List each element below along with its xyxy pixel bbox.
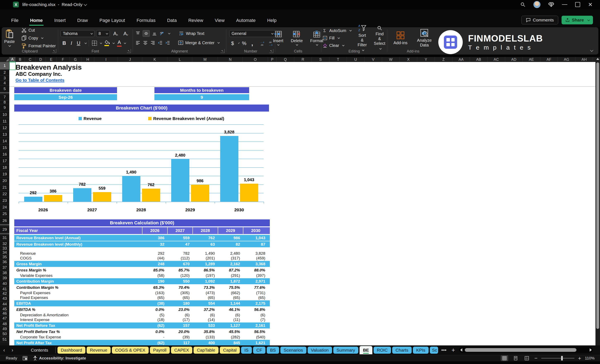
- copy-button[interactable]: Copy: [20, 35, 57, 41]
- column-header-AB[interactable]: AB: [470, 57, 488, 62]
- row-header-29[interactable]: 29: [0, 226, 9, 233]
- increase-indent-button[interactable]: [165, 40, 170, 45]
- table-row[interactable]: Contribution Margin1905501,0921,8722,971: [14, 278, 270, 284]
- row-header-47[interactable]: 47: [0, 316, 9, 321]
- maximize-button[interactable]: [575, 2, 580, 7]
- table-row[interactable]: Payroll Expenses(163)(305)(473)(662)(731…: [14, 291, 270, 295]
- middle-align-button[interactable]: [143, 30, 150, 37]
- number-format-select[interactable]: General: [229, 30, 275, 37]
- find-select-button[interactable]: Find &Select: [372, 25, 387, 51]
- comma-style-button[interactable]: ,: [250, 39, 255, 47]
- months-to-breakeven-value[interactable]: 9: [154, 94, 249, 100]
- row-header-21[interactable]: 21: [0, 184, 9, 191]
- decrease-font-size-button[interactable]: A˅: [122, 30, 130, 37]
- row-header-39[interactable]: 39: [0, 275, 9, 281]
- table-row[interactable]: Fixed Expenses(65)(65)(65)(65)(65): [14, 295, 270, 300]
- row-header-22[interactable]: 22: [0, 191, 9, 197]
- sheet-tab-capital[interactable]: Capital: [220, 347, 240, 354]
- row-header-10[interactable]: 10: [0, 111, 9, 118]
- ribbon-tab-help[interactable]: Help: [262, 15, 281, 26]
- autosum-button[interactable]: Σ AutoSum: [321, 27, 353, 34]
- font-name-select[interactable]: Tahoma: [61, 30, 94, 37]
- sheet-tab-revenue[interactable]: Revenue: [87, 347, 111, 354]
- column-header-M[interactable]: M: [192, 57, 218, 62]
- row-header-5[interactable]: 5: [0, 86, 9, 92]
- column-header-P[interactable]: P: [268, 57, 277, 62]
- ribbon-tab-draw[interactable]: Draw: [72, 15, 93, 26]
- column-header-AH[interactable]: AH: [575, 57, 593, 62]
- zoom-level[interactable]: 110%: [585, 356, 595, 361]
- italic-button[interactable]: I: [69, 40, 74, 46]
- sheet-tab-summary[interactable]: Summary: [333, 347, 358, 354]
- table-row[interactable]: Revenue Breakeven level (Annual)38655976…: [14, 235, 270, 241]
- sheet-tab-captable[interactable]: CapTable: [194, 347, 218, 354]
- table-row[interactable]: Net Profit After Tax(62)1174008451,621: [14, 340, 270, 346]
- sheet-tab-scenarios[interactable]: Scenarios: [280, 347, 306, 354]
- sheet-tab-be[interactable]: BE: [360, 346, 372, 354]
- sheet-tab-valuation[interactable]: Valuation: [308, 347, 332, 354]
- tab-scroll-right-icon[interactable]: ›: [8, 347, 17, 353]
- sheet-tab-cf[interactable]: CF: [253, 347, 265, 354]
- sheet-tab-bs[interactable]: BS: [267, 347, 279, 354]
- column-header-AG[interactable]: AG: [558, 57, 575, 62]
- row-header-1[interactable]: 1: [0, 62, 9, 70]
- column-header-Q[interactable]: Q: [277, 57, 294, 62]
- row-header-24[interactable]: 24: [0, 204, 9, 210]
- vertical-scroll-thumb[interactable]: [596, 62, 599, 329]
- row-header-37[interactable]: 37: [0, 265, 9, 270]
- column-header-Z[interactable]: Z: [435, 57, 452, 62]
- sheet-tab-kpis[interactable]: KPIs: [413, 347, 429, 354]
- row-header-15[interactable]: 15: [0, 144, 9, 151]
- ribbon-tab-review[interactable]: Review: [183, 15, 208, 26]
- column-header-N[interactable]: N: [218, 57, 243, 62]
- table-row[interactable]: Net Profit Before Tax(62)1575331,1272,16…: [14, 322, 270, 328]
- row-header-49[interactable]: 49: [0, 327, 9, 331]
- sort-filter-button[interactable]: AZ Sort &Filter: [356, 23, 369, 53]
- underline-button[interactable]: U: [75, 40, 82, 46]
- share-button[interactable]: Share: [562, 16, 593, 24]
- alignment-dialog-launcher[interactable]: ↘: [221, 49, 225, 53]
- breakeven-date-label[interactable]: Breakeven date: [14, 87, 117, 93]
- horizontal-scroll-thumb[interactable]: [465, 348, 576, 352]
- orientation-button[interactable]: ab: [159, 31, 165, 36]
- ribbon-tab-automate[interactable]: Automate: [231, 15, 261, 26]
- top-align-button[interactable]: [135, 31, 141, 36]
- font-dialog-launcher[interactable]: ↘: [127, 49, 131, 53]
- row-header-31[interactable]: 31: [0, 235, 9, 241]
- ribbon-tab-file[interactable]: File: [6, 15, 23, 26]
- decrease-indent-button[interactable]: [158, 40, 163, 45]
- column-header-AC[interactable]: AC: [488, 57, 505, 62]
- column-header-L[interactable]: L: [168, 57, 192, 62]
- row-header-45[interactable]: 45: [0, 307, 9, 311]
- sheet-tab-charts[interactable]: Charts: [392, 347, 412, 354]
- table-row[interactable]: Gross Margin %85.0%85.7%86.5%87.2%88.0%: [14, 267, 270, 273]
- format-painter-button[interactable]: Format Painter: [20, 43, 57, 49]
- page-break-view-button[interactable]: [523, 355, 531, 361]
- column-header-S[interactable]: S: [312, 57, 329, 62]
- breakeven-date-value[interactable]: Sep-26: [14, 94, 117, 100]
- analyze-data-button[interactable]: AnalyzeData: [415, 28, 434, 48]
- row-header-43[interactable]: 43: [0, 296, 9, 301]
- row-header-2[interactable]: 2: [0, 70, 9, 76]
- row-header-12[interactable]: 12: [0, 125, 9, 131]
- fiscal-year-header-row[interactable]: Fiscal Year 20262027202820292030: [14, 227, 270, 234]
- row-header-38[interactable]: 38: [0, 270, 9, 275]
- zoom-in-button[interactable]: +: [578, 355, 581, 362]
- column-header-AA[interactable]: AA: [452, 57, 470, 62]
- wrap-text-button[interactable]: Wrap Text: [177, 30, 206, 36]
- row-header-25[interactable]: 25: [0, 210, 9, 217]
- accounting-format-button[interactable]: $: [229, 40, 236, 47]
- table-row[interactable]: COGS(44)(112)(201)(317)(459): [14, 256, 270, 261]
- number-dialog-launcher[interactable]: ↘: [269, 49, 273, 53]
- row-header-34[interactable]: 34: [0, 250, 9, 255]
- column-header-W[interactable]: W: [382, 57, 400, 62]
- row-header-9[interactable]: 9: [0, 104, 9, 111]
- row-header-11[interactable]: 11: [0, 118, 9, 125]
- calc-banner[interactable]: Breakeven Calculation ($'000): [14, 219, 270, 227]
- accessibility-status[interactable]: Accessibility: Investigate: [33, 356, 86, 361]
- page-layout-view-button[interactable]: [512, 355, 519, 361]
- collapse-ribbon-chevron-icon[interactable]: [590, 49, 593, 52]
- row-header-23[interactable]: 23: [0, 197, 9, 204]
- row-header-44[interactable]: 44: [0, 301, 9, 307]
- sheet-tab-is[interactable]: IS: [241, 347, 252, 354]
